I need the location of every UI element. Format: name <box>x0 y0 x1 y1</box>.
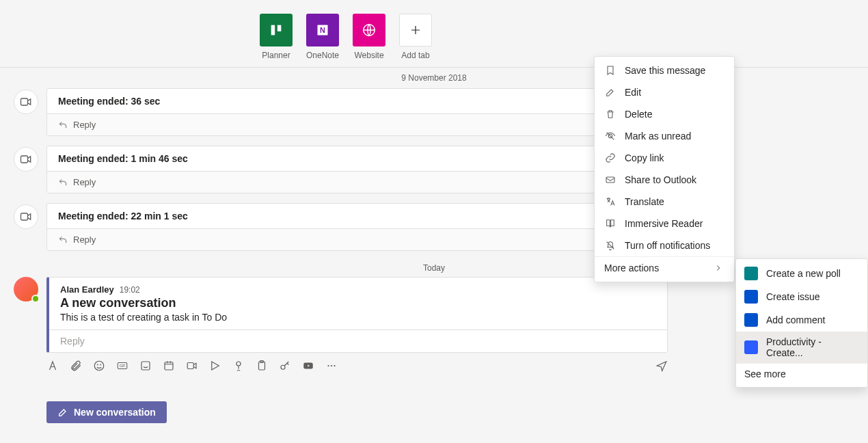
bell-off-icon <box>604 239 616 252</box>
svg-point-10 <box>100 364 101 365</box>
svg-rect-15 <box>187 363 193 369</box>
tab-planner[interactable]: Planner <box>260 14 293 60</box>
website-icon <box>353 14 385 46</box>
svg-point-9 <box>97 364 98 365</box>
menu-unread[interactable]: Mark as unread <box>595 125 734 147</box>
avatar[interactable] <box>14 277 38 301</box>
menu-more-actions[interactable]: More actions <box>595 256 734 279</box>
flow-app-icon <box>744 340 758 354</box>
meeting-icon <box>14 90 38 114</box>
reader-icon <box>604 217 616 230</box>
video-icon[interactable] <box>186 360 198 374</box>
menu-notifications[interactable]: Turn off notifications <box>595 234 734 256</box>
menu-save[interactable]: Save this message <box>595 59 734 81</box>
submenu-productivity[interactable]: Productivity - Create... <box>736 332 867 363</box>
submenu-see-more[interactable]: See more <box>736 363 867 384</box>
post-author-row: Alan Eardley19:02 <box>60 284 656 295</box>
svg-rect-25 <box>606 177 614 183</box>
meeting-ended-text: Meeting ended: 36 sec <box>47 89 670 113</box>
meeting-ended-card[interactable]: Meeting ended: 36 sec Reply <box>46 88 670 136</box>
trash-icon <box>604 108 616 120</box>
more-actions-submenu: Create a new poll Create issue Add comme… <box>735 258 868 388</box>
submenu-add-comment[interactable]: Add comment <box>736 308 867 332</box>
onenote-icon: N <box>306 14 339 46</box>
planner-icon <box>260 14 293 46</box>
menu-delete[interactable]: Delete <box>595 103 734 125</box>
tab-label: OneNote <box>306 51 339 60</box>
stream-icon[interactable] <box>209 360 221 374</box>
svg-point-21 <box>327 365 329 366</box>
menu-copylink[interactable]: Copy link <box>595 147 734 169</box>
key-icon[interactable] <box>279 360 291 374</box>
submenu-create-issue[interactable]: Create issue <box>736 285 867 308</box>
reply-button[interactable]: Reply <box>47 171 670 193</box>
svg-rect-5 <box>21 98 28 105</box>
reply-input[interactable]: Reply <box>49 330 667 352</box>
pencil-icon <box>604 86 616 98</box>
svg-rect-0 <box>271 25 275 36</box>
compose-icon <box>57 407 68 418</box>
attach-icon[interactable] <box>70 360 82 374</box>
jira-app-icon <box>744 290 758 304</box>
reply-button[interactable]: Reply <box>47 228 670 250</box>
compose-toolbar: GIF <box>46 360 668 374</box>
tab-label: Website <box>354 51 383 60</box>
unread-icon <box>604 130 616 142</box>
author-name[interactable]: Alan Eardley <box>60 284 114 295</box>
jira-app-icon <box>744 313 758 327</box>
tab-label: Planner <box>262 51 290 60</box>
presence-indicator <box>31 295 40 303</box>
youtube-icon[interactable] <box>302 360 314 374</box>
tab-website[interactable]: Website <box>353 14 385 60</box>
translate-icon <box>604 196 616 208</box>
gif-icon[interactable]: GIF <box>116 360 128 374</box>
svg-point-8 <box>94 361 104 371</box>
more-icon[interactable] <box>325 360 338 374</box>
meeting-icon <box>14 147 38 172</box>
svg-text:GIF: GIF <box>120 364 126 368</box>
reply-button[interactable]: Reply <box>47 113 670 135</box>
post-time: 19:02 <box>120 285 140 295</box>
menu-translate[interactable]: Translate <box>595 191 734 213</box>
mail-icon <box>604 174 616 186</box>
meeting-ended-text: Meeting ended: 22 min 1 sec <box>47 204 670 228</box>
svg-rect-14 <box>165 362 173 370</box>
menu-reader[interactable]: Immersive Reader <box>595 213 734 234</box>
meeting-ended-card[interactable]: Meeting ended: 22 min 1 sec Reply <box>46 203 670 251</box>
conversation-card[interactable]: 👍 ❤️ 😀 Alan Eardley19:02 A new conversat… <box>46 277 668 353</box>
svg-point-23 <box>334 365 335 366</box>
svg-rect-6 <box>21 156 28 163</box>
svg-point-16 <box>236 362 241 366</box>
emoji-icon[interactable] <box>93 360 105 374</box>
tab-add[interactable]: Add tab <box>399 14 432 60</box>
meeting-icon <box>14 204 38 229</box>
new-conversation-button[interactable]: New conversation <box>46 401 167 423</box>
svg-rect-1 <box>277 25 282 31</box>
svg-point-19 <box>281 365 285 369</box>
message-context-menu: Save this message Edit Delete Mark as un… <box>594 56 735 282</box>
praise-icon[interactable] <box>232 360 245 374</box>
meeting-ended-card[interactable]: Meeting ended: 1 min 46 sec Reply <box>46 146 670 193</box>
svg-text:N: N <box>320 26 325 34</box>
send-icon[interactable] <box>655 360 668 374</box>
post-title: A new conversation <box>60 296 656 310</box>
format-icon[interactable] <box>46 360 59 374</box>
calendar-icon[interactable] <box>163 360 175 374</box>
bookmark-icon <box>604 64 616 77</box>
svg-rect-7 <box>21 213 28 220</box>
meeting-ended-text: Meeting ended: 1 min 46 sec <box>47 146 670 171</box>
chevron-right-icon <box>712 262 724 274</box>
tab-onenote[interactable]: N OneNote <box>306 14 339 60</box>
date-divider: 9 November 2018 <box>0 67 868 88</box>
clipboard-icon[interactable] <box>256 360 268 374</box>
sticker-icon[interactable] <box>139 360 152 374</box>
menu-edit[interactable]: Edit <box>595 81 734 103</box>
forms-app-icon <box>744 267 758 280</box>
menu-outlook[interactable]: Share to Outlook <box>595 169 734 191</box>
svg-point-22 <box>331 365 332 366</box>
submenu-create-poll[interactable]: Create a new poll <box>736 262 867 285</box>
plus-icon <box>399 14 432 46</box>
svg-rect-13 <box>141 362 150 370</box>
tab-label: Add tab <box>401 51 429 60</box>
post-body: This is a test of creating a task in To … <box>60 312 656 323</box>
